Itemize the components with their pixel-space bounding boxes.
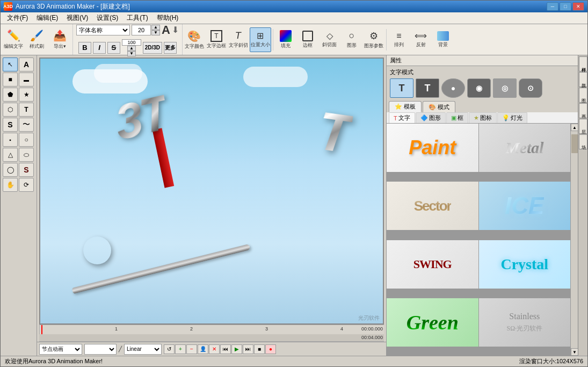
- strikethrough-button[interactable]: S: [107, 42, 120, 54]
- reflect-button[interactable]: ⟺ 反射: [410, 27, 432, 52]
- right-tab-color[interactable]: 颜: [579, 72, 587, 87]
- right-tab-scene[interactable]: 层: [579, 119, 587, 134]
- style-stainless[interactable]: StainlessSΩ·光刃软件: [479, 298, 571, 347]
- scroll-thumb[interactable]: [571, 134, 578, 153]
- style-ice[interactable]: ICE: [479, 182, 571, 230]
- sub-tab-text[interactable]: T 文字: [389, 112, 415, 123]
- menu-file[interactable]: 文件(F): [3, 12, 32, 24]
- ellipse-tool[interactable]: ⬭: [19, 148, 34, 162]
- style-swing[interactable]: SWING: [387, 240, 478, 289]
- menu-tools[interactable]: 工具(T): [122, 12, 152, 24]
- style-paint[interactable]: Paint: [387, 124, 478, 172]
- menu-settings[interactable]: 设置(S): [92, 12, 122, 24]
- position-size-button[interactable]: ⊞ 位置大小: [250, 27, 271, 52]
- menu-help[interactable]: 帮助(H): [153, 12, 183, 24]
- mode-btn-3[interactable]: ●: [441, 78, 465, 98]
- sub-tab-text-icon: T: [394, 115, 397, 121]
- anim-mode-select[interactable]: [84, 344, 117, 355]
- mode-btn-5[interactable]: ◎: [493, 78, 517, 98]
- border-button[interactable]: 边框: [297, 27, 318, 52]
- right-tab-style[interactable]: 样: [579, 56, 587, 71]
- right-tab-extra[interactable]: 场: [579, 134, 587, 149]
- stop-button[interactable]: ■: [254, 344, 265, 354]
- wave-tool[interactable]: 〜: [19, 118, 34, 132]
- scroll-down-button[interactable]: ▼: [571, 348, 578, 356]
- s-tool[interactable]: S: [3, 118, 18, 132]
- s2-tool[interactable]: S: [19, 163, 34, 177]
- fill-button[interactable]: 填充: [275, 27, 296, 52]
- more-button[interactable]: 更多: [164, 42, 177, 54]
- hex-tool[interactable]: ⬡: [3, 103, 18, 117]
- arc-tool[interactable]: ◯: [3, 163, 18, 177]
- sub-tab-icon[interactable]: ★ 图标: [469, 112, 497, 123]
- pct-up[interactable]: ▲: [127, 46, 136, 51]
- add-keyframe-button[interactable]: +: [175, 344, 186, 354]
- text-tool-2[interactable]: T: [19, 103, 34, 117]
- font-size-up[interactable]: ▲: [151, 25, 160, 30]
- sub-tab-shape[interactable]: 🔷 图形: [416, 112, 446, 123]
- triangle-tool[interactable]: △: [3, 148, 18, 162]
- style-green[interactable]: Green: [387, 298, 478, 347]
- remove-keyframe-button[interactable]: −: [186, 344, 197, 354]
- select-tool[interactable]: ↖: [3, 57, 18, 71]
- 2d3d-button[interactable]: 2D/3D: [143, 42, 162, 54]
- minimize-button[interactable]: ─: [547, 2, 558, 11]
- rotate-tool[interactable]: ⟳: [19, 178, 34, 192]
- go-end-button[interactable]: ⏭: [243, 344, 253, 354]
- ease-select[interactable]: Linear: [124, 344, 162, 355]
- style-sector[interactable]: Sector: [387, 182, 478, 230]
- play-button[interactable]: ▶: [231, 344, 242, 354]
- round-rect-tool[interactable]: ▬: [19, 73, 34, 87]
- font-select[interactable]: 字体名称: [76, 25, 130, 35]
- bold-button[interactable]: B: [78, 42, 91, 54]
- delete-button[interactable]: ✕: [209, 344, 220, 354]
- template-tab[interactable]: ⭐ 模板: [389, 101, 422, 112]
- rect-tool[interactable]: ■: [3, 73, 18, 87]
- canvas-viewport[interactable]: 3T T 光刃软件: [39, 57, 384, 325]
- sub-tab-light[interactable]: 💡 灯光: [497, 112, 527, 123]
- refresh-button[interactable]: ↺: [164, 344, 175, 354]
- record-button[interactable]: ●: [265, 344, 276, 354]
- text-skew-button[interactable]: T 文字斜切: [228, 27, 249, 52]
- scroll-up-button[interactable]: ▲: [571, 124, 578, 131]
- poly-tool[interactable]: ⬟: [3, 88, 18, 102]
- mode-tab[interactable]: 🎨 模式: [423, 101, 455, 112]
- style-crystal[interactable]: Crystal: [479, 240, 571, 289]
- maximize-button[interactable]: □: [560, 2, 571, 11]
- go-start-button[interactable]: ⏮: [220, 344, 231, 354]
- shape-button[interactable]: ○ 图形: [341, 27, 362, 52]
- title-bar: A3D Aurora 3D Animation Maker - [新建文档] ─…: [1, 1, 587, 12]
- text-border-button[interactable]: T 文字边框: [206, 27, 227, 52]
- style-brush-button[interactable]: 🖌️ 样式刷: [26, 26, 47, 54]
- animation-type-select[interactable]: 节点动画: [39, 344, 82, 355]
- font-size-input[interactable]: [132, 25, 151, 35]
- right-tab-layer[interactable]: 图: [579, 88, 587, 103]
- bevel-button[interactable]: ◇ 斜切面: [319, 27, 340, 52]
- circle-tool[interactable]: ○: [19, 133, 34, 147]
- style-metal[interactable]: Metal: [479, 124, 571, 172]
- export-button[interactable]: 📤 导出▾: [49, 26, 70, 54]
- person-button[interactable]: 👤: [198, 344, 208, 354]
- close-button[interactable]: ✕: [572, 2, 584, 11]
- font-size-pct-input[interactable]: [122, 39, 141, 46]
- hand-tool[interactable]: ✋: [3, 178, 18, 192]
- sector-label: Sector: [414, 198, 451, 214]
- shape-params-button[interactable]: ⚙ 图形参数: [363, 27, 384, 52]
- background-button[interactable]: 背景: [432, 27, 454, 52]
- sub-tab-frame[interactable]: ▣ 框: [446, 112, 468, 123]
- italic-button[interactable]: I: [93, 42, 106, 54]
- rect2-tool[interactable]: ▪: [3, 133, 18, 147]
- arrange-button[interactable]: ≡ 排列: [388, 27, 410, 52]
- edit-text-button[interactable]: ✏️ 编辑文字: [3, 26, 24, 54]
- right-tab-paint[interactable]: 画: [579, 103, 587, 118]
- font-size-down[interactable]: ▼: [151, 30, 160, 35]
- mode-btn-4[interactable]: ◉: [467, 78, 491, 98]
- mode-btn-6[interactable]: ⊙: [519, 78, 542, 98]
- mode-btn-2[interactable]: T: [416, 78, 439, 98]
- menu-view[interactable]: 视图(V): [62, 12, 92, 24]
- text-color-button[interactable]: 🎨 文字颜色: [184, 27, 205, 52]
- star-tool[interactable]: ★: [19, 88, 34, 102]
- mode-btn-1[interactable]: T: [390, 78, 413, 98]
- menu-edit[interactable]: 编辑(E): [32, 12, 62, 24]
- text-tool[interactable]: A: [19, 57, 34, 71]
